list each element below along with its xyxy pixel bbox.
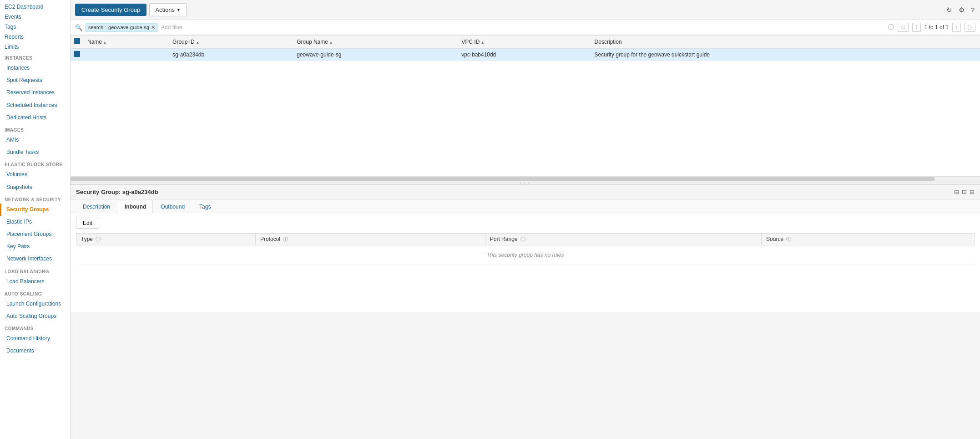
info-icon[interactable]: ⓘ xyxy=(785,236,791,242)
sidebar-item-ec2-dashboard[interactable]: EC2 Dashboard xyxy=(0,2,70,12)
column-header-group-id[interactable]: Group ID▲ xyxy=(169,36,293,49)
actions-chevron-icon: ▼ xyxy=(177,8,181,12)
sort-arrow: ▲ xyxy=(103,40,107,45)
sidebar-item-scheduled-instances[interactable]: Scheduled Instances xyxy=(0,99,70,112)
sidebar-item-amis[interactable]: AMIs xyxy=(0,134,70,146)
sidebar-item-auto-scaling-groups[interactable]: Auto Scaling Groups xyxy=(0,310,70,322)
create-security-group-button[interactable]: Create Security Group xyxy=(75,4,146,16)
sidebar-item-instances[interactable]: Instances xyxy=(0,62,70,74)
column-header-name[interactable]: Name▲ xyxy=(84,36,169,49)
pagination-prev-button[interactable]: ⟨ xyxy=(912,23,921,32)
help-icon[interactable]: ? xyxy=(970,5,975,15)
sidebar-section-images: IMAGES xyxy=(0,124,70,134)
settings-icon[interactable]: ⚙ xyxy=(958,5,965,15)
detail-tabs: DescriptionInboundOutboundTags xyxy=(71,199,980,213)
cell-group-id: sg-a0a234db xyxy=(169,49,293,61)
rules-table-body: This security group has no rules xyxy=(76,245,975,265)
sidebar-item-elastic-ips[interactable]: Elastic IPs xyxy=(0,216,70,228)
search-bar: 🔍 search : geowave-guide-sg ✕ Add filter… xyxy=(71,20,980,35)
sidebar-item-reserved-instances[interactable]: Reserved Instances xyxy=(0,87,70,99)
refresh-icon[interactable]: ↻ xyxy=(945,5,953,15)
rules-column-protocol: Protocol ⓘ xyxy=(256,234,485,245)
pagination-first-button[interactable]: ⟨⟨ xyxy=(898,23,909,32)
pagination-last-button[interactable]: ⟩⟩ xyxy=(965,23,975,32)
detail-icon-3[interactable]: ⊞ xyxy=(970,189,975,195)
detail-title: Security Group: sg-a0a234db xyxy=(76,189,158,195)
edit-inbound-button[interactable]: Edit xyxy=(76,218,99,229)
detail-icon-1[interactable]: ⊟ xyxy=(954,189,959,195)
search-tag-key: search xyxy=(88,25,103,30)
sidebar-item-documents[interactable]: Documents xyxy=(0,345,70,357)
checkbox-icon[interactable] xyxy=(74,51,80,57)
column-header-description[interactable]: Description xyxy=(591,36,980,49)
detail-tab-outbound[interactable]: Outbound xyxy=(154,200,192,213)
toolbar: Create Security Group Actions ▼ ↻ ⚙ ? xyxy=(71,0,980,20)
info-icon[interactable]: ⓘ xyxy=(282,236,288,242)
sidebar-item-tags[interactable]: Tags xyxy=(0,22,70,32)
column-header-group-name[interactable]: Group Name▲ xyxy=(293,36,458,49)
cell-description: Security group for the geowave quickstar… xyxy=(591,49,980,61)
table-header: Name▲Group ID▲Group Name▲VPC ID▲Descript… xyxy=(71,36,980,49)
sidebar-item-bundle-tasks[interactable]: Bundle Tasks xyxy=(0,146,70,158)
sort-arrow: ▲ xyxy=(480,40,485,45)
sidebar-item-key-pairs[interactable]: Key Pairs xyxy=(0,240,70,253)
sidebar-item-placement-groups[interactable]: Placement Groups xyxy=(0,228,70,240)
no-rules-message: This security group has no rules xyxy=(76,245,975,265)
sidebar-item-launch-configs[interactable]: Launch Configurations xyxy=(0,298,70,310)
search-right-icons: ⓘ ⟨⟨ ⟨ 1 to 1 of 1 ⟩ ⟩⟩ xyxy=(888,23,975,32)
sidebar-item-command-history[interactable]: Command History xyxy=(0,332,70,345)
sidebar-section-network-and-security: NETWORK & SECURITY xyxy=(0,194,70,204)
detail-tab-description[interactable]: Description xyxy=(76,200,117,213)
sidebar-item-snapshots[interactable]: Snapshots xyxy=(0,181,70,194)
search-tag[interactable]: search : geowave-guide-sg ✕ xyxy=(85,23,158,32)
column-header-vpc-id[interactable]: VPC ID▲ xyxy=(458,36,591,49)
detail-panel: Security Group: sg-a0a234db ⊟ ⊡ ⊞ Descri… xyxy=(71,184,980,312)
sidebar-item-spot-requests[interactable]: Spot Requests xyxy=(0,74,70,87)
search-tag-value: geowave-guide-sg xyxy=(108,25,149,30)
top-right-icons: ↻ ⚙ ? xyxy=(945,5,975,15)
search-help-icon[interactable]: ⓘ xyxy=(888,23,894,31)
sidebar-item-volumes[interactable]: Volumes xyxy=(0,168,70,181)
detail-tab-tags[interactable]: Tags xyxy=(192,200,217,213)
search-tag-separator: : xyxy=(105,25,106,30)
sidebar-section-instances: INSTANCES xyxy=(0,52,70,62)
table-row[interactable]: sg-a0a234dbgeowave-guide-sgvpc-bab410ddS… xyxy=(71,49,980,61)
resize-handle[interactable]: • • • xyxy=(71,181,980,184)
detail-body: Edit Type ⓘProtocol ⓘPort Range ⓘSource … xyxy=(71,213,980,312)
sidebar-item-load-balancers[interactable]: Load Balancers xyxy=(0,276,70,288)
sidebar-section-commands: COMMANDS xyxy=(0,322,70,332)
select-all-checkbox[interactable] xyxy=(74,38,80,44)
search-icon: 🔍 xyxy=(75,24,82,31)
horizontal-scrollbar[interactable] xyxy=(71,176,980,181)
sidebar-item-events[interactable]: Events xyxy=(0,12,70,22)
no-rules-row: This security group has no rules xyxy=(76,245,975,265)
sidebar-section-auto-scaling: AUTO SCALING xyxy=(0,288,70,298)
table-area: Name▲Group ID▲Group Name▲VPC ID▲Descript… xyxy=(71,35,980,176)
detail-icon-2[interactable]: ⊡ xyxy=(962,189,967,195)
header-checkbox[interactable] xyxy=(71,36,84,49)
info-icon[interactable]: ⓘ xyxy=(94,236,101,242)
sort-arrow: ▲ xyxy=(329,40,333,45)
sidebar-item-security-groups[interactable]: Security Groups xyxy=(0,204,70,216)
pagination-next-button[interactable]: ⟩ xyxy=(952,23,961,32)
pagination-text: 1 to 1 of 1 xyxy=(924,24,949,31)
sidebar-section-load-balancing: LOAD BALANCING xyxy=(0,265,70,276)
inbound-rules-table: Type ⓘProtocol ⓘPort Range ⓘSource ⓘ Thi… xyxy=(76,233,975,265)
search-tag-close-icon[interactable]: ✕ xyxy=(151,25,155,31)
horizontal-scrollbar-thumb[interactable] xyxy=(71,177,935,181)
sidebar-item-limits[interactable]: Limits xyxy=(0,42,70,52)
rules-column-port-range: Port Range ⓘ xyxy=(485,234,761,245)
sidebar-item-network-interfaces[interactable]: Network Interfaces xyxy=(0,253,70,265)
actions-dropdown-button[interactable]: Actions ▼ xyxy=(149,3,187,16)
row-checkbox-0[interactable] xyxy=(71,49,84,61)
security-groups-table: Name▲Group ID▲Group Name▲VPC ID▲Descript… xyxy=(71,35,980,61)
main-content: Create Security Group Actions ▼ ↻ ⚙ ? 🔍 … xyxy=(71,0,980,439)
info-icon[interactable]: ⓘ xyxy=(519,236,525,242)
detail-tab-inbound[interactable]: Inbound xyxy=(118,200,153,213)
add-filter-input[interactable]: Add filter xyxy=(161,24,182,31)
rules-column-source: Source ⓘ xyxy=(762,234,975,245)
rules-table-header: Type ⓘProtocol ⓘPort Range ⓘSource ⓘ xyxy=(76,234,975,245)
sidebar-item-dedicated-hosts[interactable]: Dedicated Hosts xyxy=(0,112,70,124)
cell-vpc-id: vpc-bab410dd xyxy=(458,49,591,61)
sidebar-item-reports[interactable]: Reports xyxy=(0,32,70,42)
